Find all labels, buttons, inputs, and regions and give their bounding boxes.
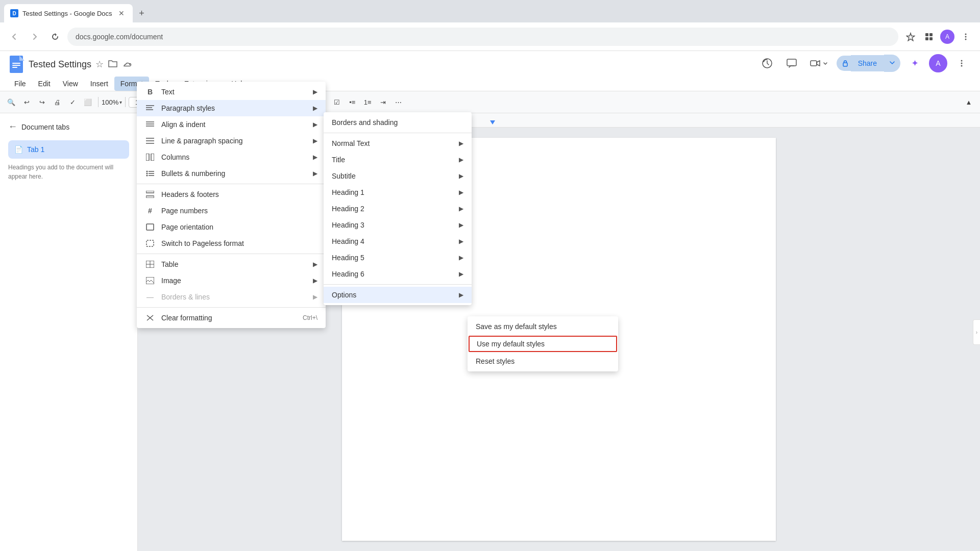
history-button[interactable] (757, 53, 777, 73)
address-bar[interactable]: docs.google.com/document (67, 28, 898, 46)
browser-nav-icons: A (902, 29, 974, 45)
gemini-button[interactable]: ✦ (904, 53, 925, 73)
menu-file[interactable]: File (8, 77, 32, 91)
share-button[interactable]: Share (851, 55, 884, 71)
numbered-list-button[interactable]: 1≡ (360, 95, 375, 109)
docs-title[interactable]: Tested Settings (29, 59, 91, 70)
checklist-button[interactable]: ☑ (330, 95, 344, 109)
image-arrow-icon: ▶ (313, 277, 317, 284)
format-columns-label: Columns (161, 153, 307, 161)
new-tab-button[interactable]: + (135, 6, 149, 20)
share-dropdown-button[interactable] (884, 55, 900, 72)
toolbar-print[interactable]: 🖨 (50, 95, 64, 109)
refresh-button[interactable] (47, 29, 63, 45)
columns-arrow-icon: ▶ (313, 154, 317, 161)
bullet-list-button[interactable]: •≡ (345, 95, 359, 109)
more-options-button[interactable]: ⋯ (391, 95, 405, 109)
browser-nav-bar: docs.google.com/document A (0, 22, 980, 51)
header-right-actions: Share ✦ A (757, 53, 972, 73)
toolbar-undo[interactable]: ↩ (19, 95, 34, 109)
format-table-item[interactable]: Table ▶ (137, 256, 326, 272)
share-lock-icon[interactable] (837, 56, 851, 71)
toolbar-paint[interactable]: ⬜ (81, 95, 95, 109)
extensions-button[interactable] (921, 29, 937, 45)
heading6-item[interactable]: Heading 6 ▶ (324, 266, 472, 282)
image-icon (145, 277, 155, 284)
format-bullets-item[interactable]: Bullets & numbering ▶ (137, 165, 326, 182)
format-page-numbers-label: Page numbers (161, 207, 317, 215)
toolbar-spellcheck[interactable]: ✓ (65, 95, 80, 109)
folder-icon[interactable] (108, 58, 118, 70)
save-default-styles-item[interactable]: Save as my default styles (468, 318, 618, 335)
profile-button[interactable]: A (939, 29, 955, 45)
heading3-item[interactable]: Heading 3 ▶ (324, 217, 472, 233)
format-headers-footers-item[interactable]: Headers & footers (137, 186, 326, 203)
heading5-item[interactable]: Heading 5 ▶ (324, 249, 472, 266)
menu-insert[interactable]: Insert (84, 77, 114, 91)
subtitle-item[interactable]: Subtitle ▶ (324, 168, 472, 184)
format-image-item[interactable]: Image ▶ (137, 272, 326, 289)
line-spacing-arrow-icon: ▶ (313, 137, 317, 144)
svg-rect-6 (929, 37, 933, 40)
format-paragraph-styles-item[interactable]: Paragraph styles ▶ (137, 100, 326, 116)
user-avatar[interactable]: A (929, 54, 947, 72)
format-line-spacing-item[interactable]: Line & paragraph spacing ▶ (137, 133, 326, 149)
bullets-arrow-icon: ▶ (313, 170, 317, 177)
tab-close-button[interactable]: ✕ (116, 8, 127, 18)
svg-marker-2 (55, 33, 57, 36)
menu-view[interactable]: View (57, 77, 84, 91)
format-columns-item[interactable]: Columns ▶ (137, 149, 326, 165)
svg-rect-35 (146, 154, 149, 161)
browser-tab-active[interactable]: D Tested Settings - Google Docs ✕ (4, 4, 133, 22)
format-page-orientation-item[interactable]: Page orientation (137, 219, 326, 235)
browser-more-button[interactable] (958, 29, 974, 45)
normal-text-item[interactable]: Normal Text ▶ (324, 135, 472, 152)
toolbar-search[interactable]: 🔍 (4, 95, 18, 109)
title-item[interactable]: Title ▶ (324, 152, 472, 168)
svg-point-39 (146, 173, 148, 174)
reset-styles-label: Reset styles (476, 357, 610, 365)
svg-rect-44 (146, 196, 154, 198)
format-align-label: Align & indent (161, 120, 307, 129)
para-sep1 (324, 133, 472, 133)
forward-button[interactable] (27, 29, 43, 45)
svg-point-7 (965, 33, 967, 35)
toolbar-sep1 (98, 97, 99, 107)
format-clear-label: Clear formatting (161, 314, 297, 322)
format-image-label: Image (161, 277, 307, 285)
sidebar-back-button[interactable]: ← (8, 121, 17, 132)
app-more-button[interactable] (951, 53, 972, 73)
format-headers-label: Headers & footers (161, 190, 317, 198)
comments-button[interactable] (781, 53, 802, 73)
format-align-indent-item[interactable]: Align & indent ▶ (137, 116, 326, 133)
use-default-label: Use my default styles (477, 340, 609, 348)
docs-title-row: Tested Settings ☆ (8, 54, 972, 74)
sidebar-collapse-button[interactable]: › (973, 319, 980, 345)
back-button[interactable] (6, 29, 22, 45)
use-default-styles-item[interactable]: Use my default styles (469, 336, 617, 352)
para-styles-icon (145, 105, 155, 112)
heading4-item[interactable]: Heading 4 ▶ (324, 233, 472, 249)
svg-rect-18 (787, 59, 796, 66)
bookmark-button[interactable] (902, 29, 919, 45)
heading2-item[interactable]: Heading 2 ▶ (324, 201, 472, 217)
reset-styles-item[interactable]: Reset styles (468, 353, 618, 369)
format-text-item[interactable]: B Text ▶ (137, 84, 326, 100)
format-pageless-item[interactable]: Switch to Pageless format (137, 235, 326, 252)
format-page-numbers-item[interactable]: # Page numbers (137, 203, 326, 219)
cloud-icon[interactable] (122, 58, 132, 70)
indent-button[interactable]: ⇥ (376, 95, 390, 109)
format-clear-formatting-item[interactable]: Clear formatting Ctrl+\ (137, 310, 326, 326)
borders-shading-item[interactable]: Borders and shading (324, 114, 472, 131)
meet-button[interactable] (806, 53, 832, 73)
toolbar-collapse[interactable]: ▲ (962, 95, 976, 109)
toolbar-redo[interactable]: ↪ (35, 95, 49, 109)
options-arrow: ▶ (459, 291, 463, 298)
svg-point-41 (146, 175, 148, 177)
sidebar-tab1[interactable]: 📄 Tab 1 (8, 140, 129, 159)
star-icon[interactable]: ☆ (95, 59, 104, 70)
heading1-item[interactable]: Heading 1 ▶ (324, 184, 472, 201)
address-text: docs.google.com/document (76, 33, 163, 41)
options-item[interactable]: Options ▶ (324, 287, 472, 303)
menu-edit[interactable]: Edit (32, 77, 57, 91)
